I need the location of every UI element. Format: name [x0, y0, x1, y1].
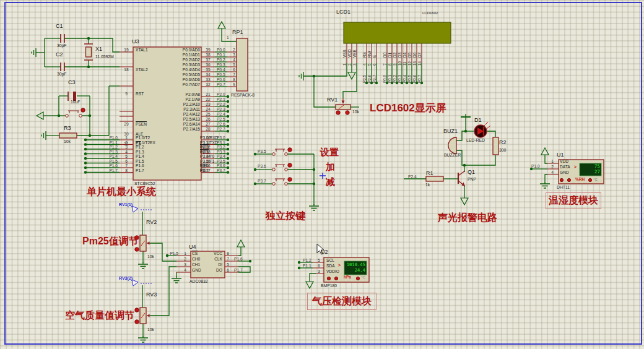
x1-value: 11.0592M [95, 54, 114, 59]
dht11-unit2-label: °C [593, 178, 598, 181]
label-mcu-system: 单片机最小系统 [87, 186, 156, 199]
key-button[interactable] [272, 153, 276, 156]
rp1-pin-numbers: 23456789 [224, 48, 235, 87]
label-sound-light-alarm: 声光报警电路 [438, 212, 497, 225]
lcd-pin-column: D07P0.0 [382, 45, 387, 110]
buz1-ref: BUZ1 [443, 128, 458, 134]
respack-body[interactable] [237, 38, 248, 91]
lcd-pin-column: VSS1 [342, 45, 347, 110]
lcd-power-pins: VSS1 VDD2 VEE3 [342, 45, 357, 110]
d1-ref: D1 [474, 117, 482, 123]
u3-p2-pin-row: P2.6/A1427P2.6 [155, 122, 237, 127]
adc-pin-row: DI5 [204, 262, 266, 268]
bmp180-down-button[interactable] [327, 277, 330, 280]
c2-value: 30pF [57, 72, 67, 76]
r2-ref: R2 [499, 139, 507, 145]
key-press-dot[interactable] [288, 178, 292, 181]
key-button[interactable] [272, 168, 276, 171]
pot-rv2[interactable] [140, 235, 150, 251]
wires-green [36, 28, 547, 337]
r2-value: 300 [499, 148, 506, 152]
dht11-net-label: P1.0 [531, 164, 540, 168]
lcd-pin-column: RS4P2.5 [362, 45, 367, 110]
rp1-pin-number: 2 [224, 48, 235, 53]
capacitor-c1[interactable] [61, 34, 64, 43]
lcd-pin-column: D310P0.3 [397, 45, 402, 110]
lcd-part: LCD1602 [422, 11, 438, 15]
c3-ref: C3 [68, 79, 76, 85]
key-press-dot[interactable] [288, 148, 292, 152]
u3-p2-pin-row: P2.4/A1225P2.4 [155, 112, 237, 117]
led-d1[interactable] [474, 122, 490, 137]
rv1-dec-button[interactable] [336, 111, 340, 114]
rv2-probe-label[interactable]: RV1(1) [119, 202, 133, 207]
resistor-r3[interactable] [59, 133, 77, 138]
key-button[interactable] [285, 153, 288, 156]
dht11-humidity-down-button[interactable] [560, 178, 563, 181]
resistor-r1[interactable] [426, 176, 443, 181]
c1-ref: C1 [56, 23, 63, 29]
rp1-pin-number: 6 [224, 67, 235, 72]
dht11-temp-button[interactable] [588, 178, 591, 181]
c3-value: 10uF [71, 100, 80, 104]
rp1-pin-number: 5 [224, 62, 235, 67]
key-press-dot[interactable] [288, 163, 292, 167]
bmp180-up-button[interactable] [334, 277, 337, 280]
buzzer-body[interactable] [448, 137, 456, 153]
lcd-ref: LCD1 [336, 9, 350, 15]
rp1-pin-number: 9 [224, 82, 235, 87]
bmp180-unit-button[interactable] [356, 277, 359, 280]
u3-p3-pin-row: P3.7/RD17P3.7 [155, 168, 237, 173]
label-temp-humidity: 温湿度模块 [549, 194, 598, 207]
transistor-q1[interactable] [458, 171, 465, 186]
capacitor-c2[interactable] [61, 62, 64, 71]
rp1-pin-number: 7 [224, 72, 235, 77]
dht11-humidity-up-button[interactable] [567, 178, 570, 181]
rv3-probe-label[interactable]: RV3(2) [119, 276, 133, 280]
push-buttons [272, 148, 292, 186]
reset-button-dot[interactable] [81, 108, 85, 112]
adc-right-pins: VCC8 CLK7P1.6 DI5 DO6P1.7 [204, 251, 266, 274]
resistor-r2[interactable] [493, 137, 498, 155]
rv3-inc-button[interactable] [135, 308, 139, 312]
reset-button[interactable] [66, 111, 82, 117]
lcd-pin-column: D512P0.5 [407, 45, 412, 110]
lcd-pin-column: D29P0.2 [392, 45, 397, 110]
dht11-pointer-icon: > [574, 165, 577, 169]
q1-ref: Q1 [468, 169, 475, 175]
rv2-ref: RV2 [146, 219, 157, 225]
u3-p3-pin-row: P3.0/RXD10P3.0 [155, 136, 237, 140]
u2-ref: U2 [321, 249, 328, 255]
d1-part: LED-RED [466, 138, 485, 142]
dht11-temperature-readout: 27 [580, 170, 600, 174]
key-button[interactable] [285, 168, 288, 171]
label-key-set: 设置 [320, 147, 339, 158]
rp1-part: RESPACK-8 [231, 93, 255, 97]
label-temp-humidity-box: 温湿度模块 [546, 192, 601, 209]
schematic-sheet: C1 30pF C2 30pF X1 11.0592M C3 10uF R3 1… [0, 0, 644, 349]
bmp180-unit-label: hPa [344, 275, 351, 279]
rv3-ref: RV3 [146, 291, 157, 298]
rp1-pin1-number: 1 [227, 35, 229, 40]
bmp180-part: BMP180 [321, 283, 337, 288]
key-button[interactable] [285, 183, 288, 186]
key-button[interactable] [272, 183, 276, 186]
bmp180-pressure-readout: 1010.45 [345, 262, 365, 267]
lcd-screen[interactable] [344, 22, 451, 43]
u3-p2-pin-row: P2.7/A1528P2.7 [155, 127, 237, 132]
rv3-dec-button[interactable] [135, 320, 139, 324]
c2-ref: C2 [56, 51, 63, 58]
voltage-probe-rv1[interactable] [132, 206, 153, 212]
rv1-value: 10k [352, 110, 359, 114]
rv1-inc-button[interactable] [346, 111, 349, 114]
bmp180-pointer-icon: > [338, 263, 341, 267]
bmp180-unit2-label: °C [361, 275, 365, 279]
pot-rv3[interactable] [140, 308, 150, 324]
origin-cross-icon [320, 173, 326, 179]
voltage-probe-rv3[interactable] [132, 280, 153, 286]
label-independent-keys: 独立按键 [266, 210, 305, 223]
lcd-pin-column: VDD2 [347, 45, 352, 110]
lcd-pin-column: E6P2.7 [372, 45, 376, 110]
u3-part: STC89C52 [134, 181, 155, 186]
rp1-pin-number: 4 [224, 58, 235, 62]
